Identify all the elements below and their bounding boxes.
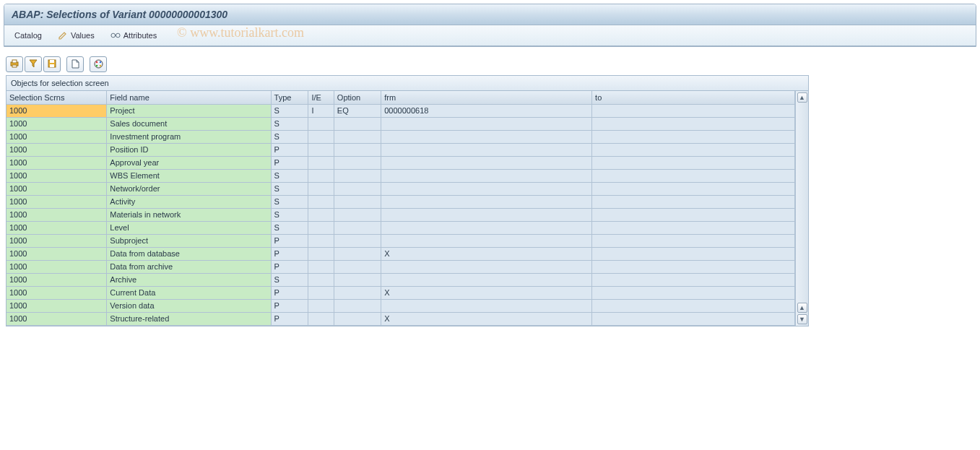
cell-scrn[interactable]: 1000 bbox=[6, 221, 107, 234]
cell-frm[interactable] bbox=[381, 260, 592, 273]
cell-scrn[interactable]: 1000 bbox=[6, 169, 107, 182]
cell-scrn[interactable]: 1000 bbox=[6, 312, 107, 325]
cell-opt[interactable] bbox=[334, 143, 381, 156]
cell-to[interactable] bbox=[592, 117, 795, 130]
cell-opt[interactable] bbox=[334, 130, 381, 143]
table-row[interactable]: 1000ArchiveS bbox=[6, 273, 795, 286]
cell-ie[interactable] bbox=[308, 299, 334, 312]
cell-to[interactable] bbox=[592, 260, 795, 273]
cell-ie[interactable] bbox=[308, 286, 334, 299]
cell-opt[interactable] bbox=[334, 312, 381, 325]
cell-scrn[interactable]: 1000 bbox=[6, 156, 107, 169]
cell-opt[interactable] bbox=[334, 117, 381, 130]
cell-type[interactable]: P bbox=[271, 234, 308, 247]
table-row[interactable]: 1000SubprojectP bbox=[6, 234, 795, 247]
cell-type[interactable]: P bbox=[271, 286, 308, 299]
cell-ie[interactable] bbox=[308, 221, 334, 234]
cell-frm[interactable] bbox=[381, 234, 592, 247]
cell-field[interactable]: Version data bbox=[107, 299, 271, 312]
cell-frm[interactable]: X bbox=[381, 312, 592, 325]
cell-field[interactable]: Level bbox=[107, 221, 271, 234]
cell-field[interactable]: Data from database bbox=[107, 247, 271, 260]
cell-frm[interactable]: X bbox=[381, 286, 592, 299]
cell-field[interactable]: Materials in network bbox=[107, 208, 271, 221]
cell-frm[interactable] bbox=[381, 195, 592, 208]
cell-scrn[interactable]: 1000 bbox=[6, 286, 107, 299]
cell-opt[interactable]: EQ bbox=[334, 104, 381, 117]
cell-opt[interactable] bbox=[334, 260, 381, 273]
cell-opt[interactable] bbox=[334, 247, 381, 260]
cell-ie[interactable] bbox=[308, 130, 334, 143]
cell-field[interactable]: Activity bbox=[107, 195, 271, 208]
scroll-up2-button[interactable]: ▲ bbox=[797, 303, 807, 313]
table-row[interactable]: 1000Version dataP bbox=[6, 299, 795, 312]
cell-scrn[interactable]: 1000 bbox=[6, 299, 107, 312]
cell-ie[interactable] bbox=[308, 273, 334, 286]
scroll-down-button[interactable]: ▼ bbox=[797, 314, 807, 324]
scroll-up-button[interactable]: ▲ bbox=[797, 92, 807, 103]
table-row[interactable]: 1000Sales documentS bbox=[6, 117, 795, 130]
col-type-header[interactable]: Type bbox=[271, 91, 308, 104]
cell-to[interactable] bbox=[592, 312, 795, 325]
cell-frm[interactable] bbox=[381, 182, 592, 195]
cell-to[interactable] bbox=[592, 195, 795, 208]
table-row[interactable]: 1000Approval yearP bbox=[6, 156, 795, 169]
menu-catalog[interactable]: Catalog bbox=[12, 30, 45, 41]
col-opt-header[interactable]: Option bbox=[334, 91, 381, 104]
cell-to[interactable] bbox=[592, 169, 795, 182]
table-row[interactable]: 1000ActivityS bbox=[6, 195, 795, 208]
cell-field[interactable]: Structure-related bbox=[107, 312, 271, 325]
cell-frm[interactable] bbox=[381, 208, 592, 221]
cell-type[interactable]: P bbox=[271, 312, 308, 325]
cell-frm[interactable] bbox=[381, 143, 592, 156]
cell-to[interactable] bbox=[592, 143, 795, 156]
cell-to[interactable] bbox=[592, 104, 795, 117]
cell-ie[interactable] bbox=[308, 247, 334, 260]
cell-field[interactable]: WBS Element bbox=[107, 169, 271, 182]
cell-to[interactable] bbox=[592, 247, 795, 260]
table-row[interactable]: 1000Network/orderS bbox=[6, 182, 795, 195]
table-row[interactable]: 1000Current DataPX bbox=[6, 286, 795, 299]
cell-ie[interactable] bbox=[308, 143, 334, 156]
vertical-scrollbar[interactable]: ▲ ▲ ▼ bbox=[795, 91, 808, 326]
cell-frm[interactable] bbox=[381, 156, 592, 169]
cell-scrn[interactable]: 1000 bbox=[6, 208, 107, 221]
palette-button[interactable] bbox=[90, 56, 107, 72]
cell-field[interactable]: Data from archive bbox=[107, 260, 271, 273]
cell-frm[interactable] bbox=[381, 117, 592, 130]
cell-to[interactable] bbox=[592, 156, 795, 169]
cell-scrn[interactable]: 1000 bbox=[6, 182, 107, 195]
cell-to[interactable] bbox=[592, 208, 795, 221]
cell-type[interactable]: S bbox=[271, 208, 308, 221]
cell-ie[interactable] bbox=[308, 195, 334, 208]
table-row[interactable]: 1000Investment programS bbox=[6, 130, 795, 143]
cell-scrn[interactable]: 1000 bbox=[6, 260, 107, 273]
cell-ie[interactable] bbox=[308, 169, 334, 182]
col-to-header[interactable]: to bbox=[592, 91, 795, 104]
cell-type[interactable]: P bbox=[271, 156, 308, 169]
cell-opt[interactable] bbox=[334, 286, 381, 299]
cell-type[interactable]: P bbox=[271, 299, 308, 312]
cell-type[interactable]: P bbox=[271, 143, 308, 156]
cell-type[interactable]: S bbox=[271, 273, 308, 286]
cell-type[interactable]: P bbox=[271, 247, 308, 260]
cell-ie[interactable]: I bbox=[308, 104, 334, 117]
cell-type[interactable]: S bbox=[271, 117, 308, 130]
cell-opt[interactable] bbox=[334, 169, 381, 182]
cell-to[interactable] bbox=[592, 221, 795, 234]
cell-scrn[interactable]: 1000 bbox=[6, 273, 107, 286]
cell-field[interactable]: Project bbox=[107, 104, 271, 117]
cell-frm[interactable] bbox=[381, 130, 592, 143]
cell-ie[interactable] bbox=[308, 260, 334, 273]
cell-ie[interactable] bbox=[308, 156, 334, 169]
cell-frm[interactable] bbox=[381, 299, 592, 312]
cell-frm[interactable]: X bbox=[381, 247, 592, 260]
cell-scrn[interactable]: 1000 bbox=[6, 130, 107, 143]
cell-field[interactable]: Network/order bbox=[107, 182, 271, 195]
page-button[interactable] bbox=[66, 56, 84, 72]
cell-opt[interactable] bbox=[334, 299, 381, 312]
menu-values[interactable]: Values bbox=[55, 29, 97, 42]
menu-attributes[interactable]: Attributes bbox=[108, 29, 160, 42]
cell-ie[interactable] bbox=[308, 234, 334, 247]
cell-field[interactable]: Current Data bbox=[107, 286, 271, 299]
